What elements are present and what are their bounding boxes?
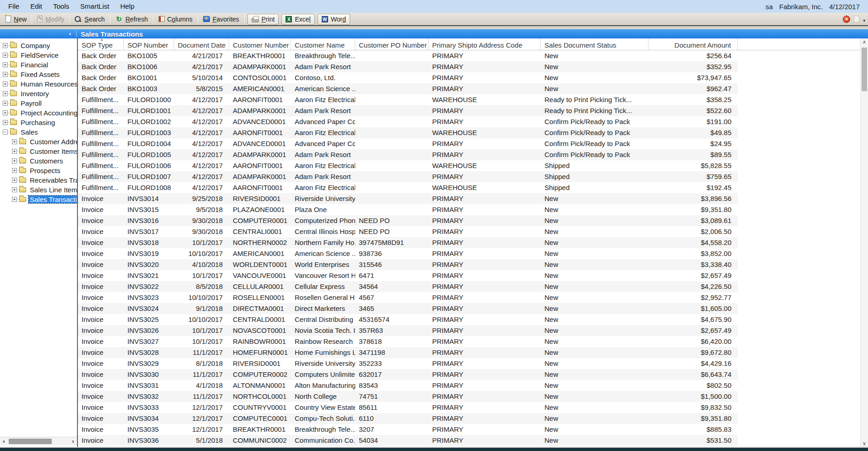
- tree-h-scroll-track[interactable]: [8, 437, 69, 446]
- menu-edit[interactable]: Edit: [25, 0, 48, 13]
- column-header-document-date[interactable]: Document Date: [174, 38, 229, 50]
- excel-button[interactable]: X Excel: [281, 14, 314, 25]
- expand-toggle-icon[interactable]: +: [12, 187, 17, 192]
- expand-toggle-icon[interactable]: +: [12, 158, 17, 163]
- expand-toggle-icon[interactable]: +: [3, 101, 8, 106]
- tree-item-customer-items[interactable]: +Customer Items: [0, 147, 77, 156]
- column-header-sop-type[interactable]: SOP Type▲: [78, 38, 124, 50]
- table-row[interactable]: Fulfillment...FULORD10074/12/2017ADAMPAR…: [78, 171, 738, 182]
- table-row[interactable]: InvoiceINVS303011/1/2017COMPUTER0002Comp…: [78, 369, 738, 380]
- table-row[interactable]: Back OrderBKO10035/8/2015AMERICAN0001Ame…: [78, 83, 738, 94]
- table-row[interactable]: InvoiceINVS302610/1/2017NOVASCOT0001Novi…: [78, 325, 738, 336]
- tree-item-fieldservice[interactable]: +FieldService: [0, 50, 77, 60]
- tree-item-human-resources[interactable]: +Human Resources: [0, 79, 77, 89]
- column-header-primary-shipto-address-code[interactable]: Primary Shipto Address Code: [429, 38, 541, 50]
- tree-item-project-accounting[interactable]: +Project Accounting: [0, 108, 77, 118]
- columns-button[interactable]: Columns: [155, 14, 196, 25]
- table-row[interactable]: Back OrderBKO10064/21/2017ADAMPARK0001Ad…: [78, 61, 738, 72]
- table-row[interactable]: Back OrderBKO10015/10/2014CONTOSOL0001Co…: [78, 72, 738, 83]
- table-row[interactable]: InvoiceINVS303312/1/2017COUNTRYV0001Coun…: [78, 402, 738, 413]
- tree-item-financial[interactable]: +Financial: [0, 60, 77, 70]
- expand-toggle-icon[interactable]: +: [12, 139, 17, 144]
- column-header-customer-name[interactable]: Customer Name: [291, 38, 355, 50]
- column-header-sop-number[interactable]: SOP Number: [124, 38, 174, 50]
- table-row[interactable]: InvoiceINVS30365/1/2018COMMUNIC0002Commu…: [78, 435, 738, 446]
- table-row[interactable]: InvoiceINVS302310/10/2017ROSELLEN0001Ros…: [78, 292, 738, 303]
- tree-item-sales[interactable]: −Sales: [0, 127, 77, 137]
- tree-item-inventory[interactable]: +Inventory: [0, 89, 77, 98]
- table-row[interactable]: InvoiceINVS30159/5/2018PLAZAONE0001Plaza…: [78, 204, 738, 215]
- table-row[interactable]: Fulfillment...FULORD10054/12/2017ADAMPAR…: [78, 149, 738, 160]
- expand-toggle-icon[interactable]: +: [12, 197, 17, 202]
- expand-toggle-icon[interactable]: +: [3, 53, 8, 58]
- tree-item-purchasing[interactable]: +Purchasing: [0, 118, 77, 127]
- collapse-toggle-icon[interactable]: −: [3, 130, 8, 135]
- tree-h-scroll-thumb[interactable]: [9, 439, 52, 444]
- scroll-left-icon[interactable]: ‹: [0, 437, 8, 446]
- table-row[interactable]: InvoiceINVS302110/1/2017VANCOUVE0001Vanc…: [78, 270, 738, 281]
- column-header-document-amount[interactable]: Document Amount: [648, 38, 738, 50]
- tree-item-sales-line-items[interactable]: +Sales Line Items: [0, 185, 77, 195]
- table-row[interactable]: Back OrderBKO10054/21/2017BREAKTHR0001Br…: [78, 50, 738, 61]
- modify-button[interactable]: Modify: [33, 14, 68, 25]
- table-row[interactable]: InvoiceINVS302710/1/2017RAINBOWR0001Rain…: [78, 336, 738, 347]
- close-red-icon[interactable]: ✕: [843, 16, 850, 23]
- table-row[interactable]: InvoiceINVS303412/1/2017COMPUTEC0001Comp…: [78, 413, 738, 424]
- table-row[interactable]: InvoiceINVS303211/1/2017NORTHCOL0001Nort…: [78, 391, 738, 402]
- toolbar-overflow-icon[interactable]: ▾: [863, 18, 865, 23]
- table-row[interactable]: InvoiceINVS302510/10/2017CENTRALD0001Cen…: [78, 314, 738, 325]
- table-row[interactable]: InvoiceINVS30204/10/2018WORLDENT0001Worl…: [78, 259, 738, 270]
- expand-toggle-icon[interactable]: +: [12, 168, 17, 173]
- print-button[interactable]: Print: [247, 14, 279, 25]
- column-header-customer-number[interactable]: Customer Number: [229, 38, 291, 50]
- table-row[interactable]: InvoiceINVS301810/1/2017NORTHERN0002Nort…: [78, 237, 738, 248]
- tree-item-customer-addre[interactable]: +Customer Addre: [0, 137, 77, 147]
- menu-tools[interactable]: Tools: [48, 0, 75, 13]
- favorites-button[interactable]: Favorites: [199, 14, 243, 25]
- search-button[interactable]: Search: [71, 14, 108, 25]
- v-scroll-thumb[interactable]: [862, 48, 867, 91]
- table-row[interactable]: InvoiceINVS30169/30/2018COMPUTER0001Comp…: [78, 215, 738, 226]
- scroll-down-icon[interactable]: ∨: [861, 441, 868, 446]
- table-row[interactable]: InvoiceINVS30179/30/2018CENTRALI0001Cent…: [78, 226, 738, 237]
- expand-toggle-icon[interactable]: +: [3, 120, 8, 125]
- expand-toggle-icon[interactable]: +: [3, 72, 8, 77]
- expand-toggle-icon[interactable]: +: [3, 43, 8, 48]
- table-row[interactable]: InvoiceINVS30314/1/2018ALTONMAN0001Alton…: [78, 380, 738, 391]
- new-button[interactable]: New: [2, 14, 30, 25]
- column-header-customer-po-number[interactable]: Customer PO Number: [355, 38, 429, 50]
- table-row[interactable]: InvoiceINVS30228/5/2018CELLULAR0001Cellu…: [78, 281, 738, 292]
- expand-toggle-icon[interactable]: +: [12, 178, 17, 183]
- table-row[interactable]: InvoiceINVS30249/1/2018DIRECTMA0001Direc…: [78, 303, 738, 314]
- tree-item-company[interactable]: +Company: [0, 41, 77, 50]
- scroll-right-icon[interactable]: ›: [69, 437, 77, 446]
- tree-item-fixed-assets[interactable]: +Fixed Assets: [0, 70, 77, 79]
- menu-smartlist[interactable]: SmartList: [75, 0, 115, 13]
- tree-h-scrollbar[interactable]: ‹ ›: [0, 437, 77, 446]
- table-row[interactable]: InvoiceINVS30298/1/2018RIVERSID0001River…: [78, 358, 738, 369]
- table-row[interactable]: Fulfillment...FULORD10044/12/2017ADVANCE…: [78, 138, 738, 149]
- table-row[interactable]: Fulfillment...FULORD10014/12/2017ADAMPAR…: [78, 105, 738, 116]
- table-row[interactable]: Fulfillment...FULORD10034/12/2017AARONFI…: [78, 127, 738, 138]
- scroll-up-icon[interactable]: ∧: [861, 39, 868, 44]
- table-row[interactable]: Fulfillment...FULORD10084/12/2017AARONFI…: [78, 182, 738, 193]
- window-icon[interactable]: [854, 16, 859, 22]
- tree-item-payroll[interactable]: +Payroll: [0, 98, 77, 108]
- menu-file[interactable]: File: [3, 0, 25, 13]
- menu-help[interactable]: Help: [115, 0, 140, 13]
- v-scrollbar[interactable]: ∧ ∨: [860, 38, 868, 447]
- expand-toggle-icon[interactable]: +: [3, 91, 8, 96]
- expand-toggle-icon[interactable]: +: [3, 82, 8, 87]
- refresh-button[interactable]: ↻ Refresh: [112, 14, 152, 25]
- word-button[interactable]: W Word: [318, 14, 350, 25]
- collapse-tree-button[interactable]: ‹: [67, 29, 73, 38]
- tree-item-sales-transactio[interactable]: +Sales Transactio: [0, 195, 77, 204]
- tree-item-prospects[interactable]: +Prospects: [0, 166, 77, 175]
- table-row[interactable]: Fulfillment...FULORD10004/12/2017AARONFI…: [78, 94, 738, 105]
- column-header-sales-document-status[interactable]: Sales Document Status: [541, 38, 648, 50]
- table-row[interactable]: Fulfillment...FULORD10064/12/2017AARONFI…: [78, 160, 738, 171]
- tree-item-customers[interactable]: +Customers: [0, 156, 77, 166]
- table-row[interactable]: InvoiceINVS303512/1/2017BREAKTHR0001Brea…: [78, 424, 738, 435]
- table-row[interactable]: InvoiceINVS301910/10/2017AMERICAN0001Ame…: [78, 248, 738, 259]
- table-row[interactable]: Fulfillment...FULORD10024/12/2017ADVANCE…: [78, 116, 738, 127]
